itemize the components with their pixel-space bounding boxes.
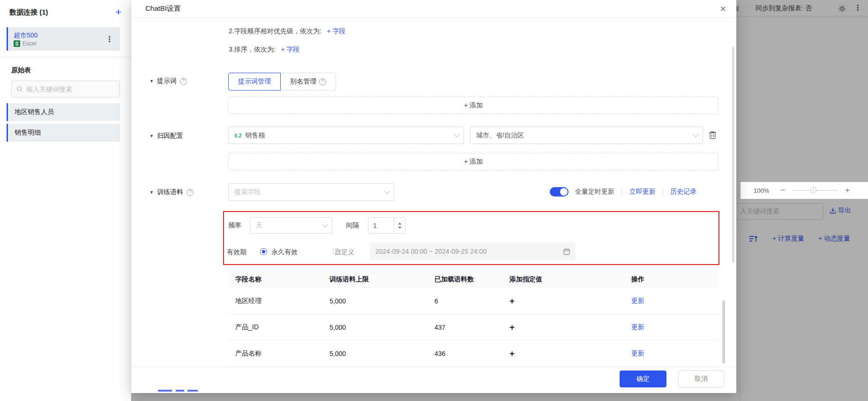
col-field-name: 字段名称 xyxy=(228,275,329,284)
zoom-out-button[interactable]: − xyxy=(780,186,785,195)
training-search-placeholder: 搜索字段 xyxy=(234,188,384,197)
freq-label: 频率 xyxy=(228,221,241,230)
ok-label: 确定 xyxy=(636,375,650,383)
sidebar-item-table-0[interactable]: 地区销售人员 xyxy=(7,103,120,121)
update-row-link[interactable]: 更新 xyxy=(631,297,718,305)
stepper-arrows[interactable] xyxy=(394,218,405,233)
ok-button[interactable]: 确定 xyxy=(620,371,666,387)
modal-header: ChatBI设置 × xyxy=(131,0,736,18)
measure-type-icon: 0.2 xyxy=(234,133,241,138)
caret-down-icon[interactable]: ▼ xyxy=(150,79,154,83)
connection-item[interactable]: 超市500 Excel ⋮ xyxy=(7,27,120,51)
date-range-input[interactable]: 2024-09-24 00:00 ~ 2024-09-25 24:00 xyxy=(370,242,576,260)
training-field-search-select[interactable]: 搜索字段 xyxy=(228,183,394,201)
separator: | xyxy=(621,188,623,196)
prompt-add-button[interactable]: + 添加 xyxy=(228,97,718,114)
dimension-value: 城市、省/自治区 xyxy=(476,131,693,140)
rule-2-text: 2.字段顺序相对优先级，依次为: xyxy=(229,27,322,35)
add-field-link[interactable]: + 字段 xyxy=(327,27,345,35)
section-prompt-label: 提示词 xyxy=(157,77,177,85)
add-connection-button[interactable]: + xyxy=(115,8,121,17)
section-prompt[interactable]: ▼ 提示词 ? xyxy=(150,77,187,85)
zoom-in-button[interactable]: + xyxy=(845,186,850,195)
rule-3-text: 3.排序，依次为: xyxy=(229,45,276,53)
section-training-label: 训练语料 xyxy=(157,188,183,197)
table-item-label: 地区销售人员 xyxy=(8,108,54,116)
chatbi-settings-modal: ChatBI设置 × 2.字段顺序相对优先级，依次为: + 字段 3.排序，依次… xyxy=(131,0,736,393)
step-up-icon[interactable] xyxy=(398,222,402,225)
section-training[interactable]: ▼ 训练语料 ? xyxy=(150,188,194,197)
tab-label: 别名管理 xyxy=(290,77,316,86)
date-range-value: 2024-09-24 00:00 ~ 2024-09-25 24:00 xyxy=(375,248,563,255)
table-search-box[interactable] xyxy=(11,81,120,98)
measure-value: 销售额 xyxy=(245,131,454,140)
prompt-tabs: 提示词管理 别名管理 ? xyxy=(228,73,336,91)
col-corpus-limit: 训练语料上限 xyxy=(329,275,434,284)
cell-limit: 5,000 xyxy=(329,297,434,305)
update-now-link[interactable]: 立即更新 xyxy=(629,188,656,196)
raw-tables-title: 原始表 xyxy=(11,66,31,75)
cell-loaded: 436 xyxy=(434,350,509,357)
caret-down-icon[interactable]: ▼ xyxy=(150,134,154,138)
connection-more-icon[interactable]: ⋮ xyxy=(99,34,120,44)
rule-line-3: 3.排序，依次为: + 字段 xyxy=(229,45,300,54)
connection-type: Excel xyxy=(22,40,36,47)
freq-select[interactable]: 天 xyxy=(250,217,332,234)
table-scrollbar[interactable] xyxy=(722,300,725,363)
sidebar-item-table-1[interactable]: 销售明细 xyxy=(7,124,120,142)
modal-scrollbar[interactable] xyxy=(732,47,734,263)
close-icon[interactable]: × xyxy=(720,2,726,15)
zoom-slider-thumb[interactable] xyxy=(810,187,816,193)
chevron-down-icon xyxy=(454,131,460,137)
app-root: 告 同步到复杂报表: 否 ⋮ 入关键词搜索 导出 + 计算度量 + 动态度量 xyxy=(0,0,868,401)
freq-value: 天 xyxy=(256,221,322,230)
chevron-down-icon xyxy=(693,131,699,137)
cancel-button[interactable]: 取消 xyxy=(678,371,724,387)
radio-forever[interactable] xyxy=(260,248,267,255)
section-attribution-label: 归因配置 xyxy=(157,132,183,140)
clipped-content xyxy=(158,390,172,392)
history-link[interactable]: 历史记录 xyxy=(670,188,696,196)
zoom-slider[interactable] xyxy=(793,190,838,191)
attribution-add-button[interactable]: + 添加 xyxy=(228,153,718,170)
question-circle-icon: ? xyxy=(187,189,194,196)
section-attribution[interactable]: ▼ 归因配置 xyxy=(150,132,183,140)
training-table: 字段名称 训练语料上限 已加载语料数 添加指定值 操作 地区经理 5,000 6… xyxy=(228,271,718,367)
validity-label: 有效期 xyxy=(227,248,247,257)
tab-alias-manage[interactable]: 别名管理 ? xyxy=(280,73,336,91)
table-search-input[interactable] xyxy=(26,85,115,93)
radio-forever-label: 永久有效 xyxy=(271,248,298,257)
attribution-dimension-select[interactable]: 城市、省/自治区 xyxy=(470,127,703,144)
update-row-link[interactable]: 更新 xyxy=(631,323,718,332)
table-row: 产品名称 5,000 436 + 更新 xyxy=(228,340,718,367)
interval-stepper[interactable]: 1 xyxy=(368,217,405,234)
cell-field: 产品_ID xyxy=(228,323,329,332)
tab-label: 提示词管理 xyxy=(238,77,271,86)
chevron-down-icon xyxy=(322,221,328,227)
toggle-label: 全量定时更新 xyxy=(575,188,614,196)
cell-limit: 5,000 xyxy=(329,324,434,331)
add-field-link[interactable]: + 字段 xyxy=(281,45,299,53)
col-add-value: 添加指定值 xyxy=(509,275,631,284)
caret-down-icon[interactable]: ▼ xyxy=(150,190,154,195)
cell-field: 产品名称 xyxy=(228,349,329,358)
table-header-row: 字段名称 训练语料上限 已加载语料数 添加指定值 操作 xyxy=(228,271,718,288)
clipped-content xyxy=(187,390,198,392)
cancel-label: 取消 xyxy=(695,375,708,383)
add-specified-value-button[interactable]: + xyxy=(509,296,631,305)
col-loaded-count: 已加载语料数 xyxy=(434,275,509,284)
add-specified-value-button[interactable]: + xyxy=(509,349,631,358)
chevron-down-icon xyxy=(384,188,390,194)
update-row-link[interactable]: 更新 xyxy=(631,349,718,358)
delete-attribution-icon[interactable] xyxy=(709,131,717,139)
calendar-icon xyxy=(563,248,570,255)
search-icon xyxy=(16,86,23,92)
add-specified-value-button[interactable]: + xyxy=(509,323,631,332)
schedule-update-toggle[interactable] xyxy=(550,187,569,197)
step-down-icon[interactable] xyxy=(398,227,402,229)
attribution-measure-select[interactable]: 0.2 销售额 xyxy=(228,127,464,144)
tab-prompt-manage[interactable]: 提示词管理 xyxy=(228,73,281,91)
footer-divider xyxy=(131,367,736,367)
table-item-label: 销售明细 xyxy=(8,129,41,137)
interval-value: 1 xyxy=(368,218,394,233)
